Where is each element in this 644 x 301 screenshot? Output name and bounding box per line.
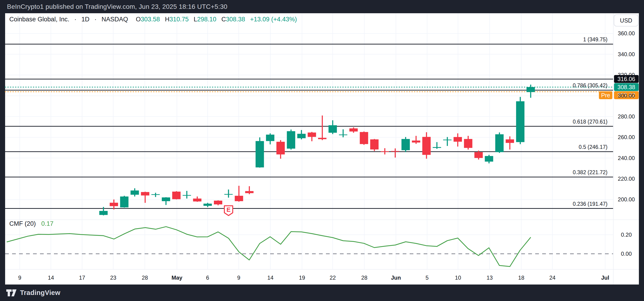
time-tick-label: 18: [518, 275, 524, 281]
snapshot-title: BeInCrypto1 published on TradingView.com…: [7, 3, 228, 10]
fib-level-label: 1 (349.75): [0, 36, 608, 43]
interval-label[interactable]: 1D: [81, 16, 90, 23]
price-tick-label: 340.00: [614, 51, 638, 58]
currency-toggle-button[interactable]: USD: [614, 14, 638, 26]
time-tick-label: Jul: [601, 275, 609, 281]
time-tick-label: 23: [110, 275, 116, 281]
cmf-tick-label: 0.00: [614, 251, 638, 257]
time-tick-label: 19: [299, 275, 305, 281]
price-tick-label: 280.00: [614, 113, 638, 120]
open-value: 303.58: [141, 16, 160, 23]
legend-separator: ·: [74, 16, 76, 23]
time-tick-label: 9: [18, 275, 21, 281]
price-tick-label: 220.00: [614, 176, 638, 182]
fib-level-label: 0.236 (191.47): [0, 201, 608, 207]
high-label: H: [165, 16, 170, 23]
time-tick-label: 28: [361, 275, 368, 281]
time-tick-label: 17: [79, 275, 85, 281]
price-tick-label: 360.00: [614, 30, 638, 37]
high-value: 310.75: [170, 16, 189, 23]
currency-label: USD: [620, 17, 632, 24]
cmf-name: CMF (20): [9, 220, 36, 227]
price-tick-label: 240.00: [614, 155, 638, 161]
pre-market-badge: Pre: [599, 91, 612, 99]
time-tick-label: 13: [486, 275, 493, 281]
cmf-tick-label: 0.20: [614, 232, 638, 238]
fib-level-label: 0.382 (221.72): [0, 169, 608, 176]
price-tick-label: 320.00: [614, 72, 638, 78]
fib-level-label: 0.5 (246.17): [0, 144, 608, 150]
open-label: O: [136, 16, 141, 23]
time-tick-label: 9: [237, 275, 240, 281]
earnings-letter: E: [226, 206, 230, 213]
close-label: C: [221, 16, 226, 23]
time-tick-label: 14: [267, 275, 274, 281]
symbol-legend[interactable]: Coinbase Global, Inc. · 1D · NASDAQ O303…: [9, 16, 297, 24]
time-tick-label: 10: [455, 275, 461, 281]
fib-level-label: 0.618 (270.61): [0, 118, 608, 125]
low-label: L: [194, 16, 197, 23]
time-tick-label: 24: [550, 275, 556, 281]
close-value: 308.38: [226, 16, 245, 23]
time-tick-label: 6: [206, 275, 209, 281]
last-price-label[interactable]: 308.38: [614, 83, 639, 91]
fib-level-label: 0.786 (305.42): [0, 82, 608, 89]
tradingview-logo[interactable]: TradingView: [6, 289, 60, 297]
time-tick-label: 5: [426, 275, 428, 281]
price-tick-label: 300.00: [614, 92, 638, 99]
change-value: +13.09 (+4.43%): [250, 16, 297, 23]
price-tick-label: 200.00: [614, 196, 638, 203]
cmf-value: 0.17: [42, 220, 54, 227]
cmf-indicator-legend[interactable]: CMF (20) 0.17: [9, 220, 54, 227]
time-tick-label: May: [172, 275, 182, 281]
tradingview-logo-text: TradingView: [20, 289, 60, 297]
snapshot-frame: BeInCrypto1 published on TradingView.com…: [0, 0, 644, 301]
time-tick-label: 22: [330, 275, 336, 281]
exchange-label: NASDAQ: [102, 16, 128, 23]
snapshot-titlebar: BeInCrypto1 published on TradingView.com…: [0, 0, 644, 13]
tradingview-logo-icon: [6, 289, 17, 297]
time-tick-label: 14: [48, 275, 54, 281]
symbol-name[interactable]: Coinbase Global, Inc.: [9, 16, 69, 23]
snapshot-bottombar: TradingView: [0, 285, 644, 301]
time-tick-label: 28: [142, 275, 148, 281]
legend-separator: ·: [94, 16, 96, 23]
low-value: 298.10: [197, 16, 216, 23]
price-tick-label: 260.00: [614, 134, 638, 141]
time-tick-label: Jun: [391, 275, 401, 281]
